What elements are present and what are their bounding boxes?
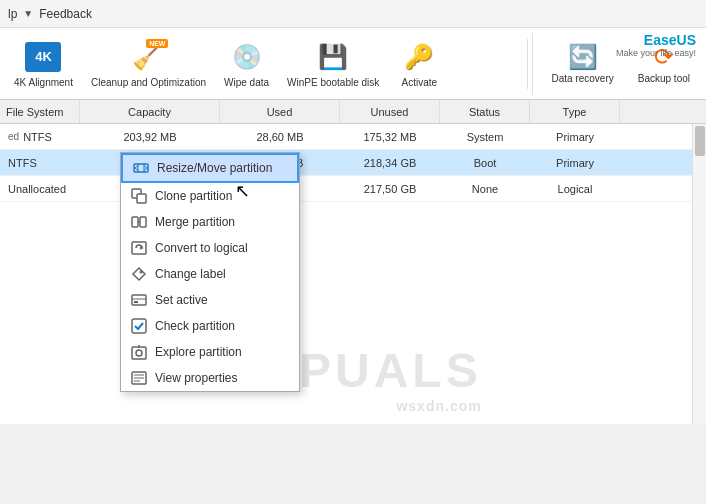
svg-rect-5 [132,217,138,227]
feedback-label: Feedback [39,7,92,21]
col-header-type: Type [530,100,620,123]
merge-icon [131,214,147,230]
easeus-brand: EaseUS Make your life easy! [616,32,696,58]
cell-used-0: 28,60 MB [220,124,340,149]
svg-point-9 [140,271,143,274]
convert-label: Convert to logical [155,241,248,255]
svg-rect-14 [132,347,146,359]
data-recovery-icon-area: 🔄 [568,43,598,71]
clone-label: Clone partition [155,189,232,203]
toolbar-main: 4K 4K Alignment 🧹 NEW Cleanup and Optimi… [6,33,523,95]
toolbar-item-4k-alignment[interactable]: 4K 4K Alignment [6,33,81,95]
svg-rect-8 [132,242,146,254]
context-menu-item-resize[interactable]: Resize/Move partition [121,153,299,183]
winpe-icon-area: 💾 [313,39,353,75]
svg-point-15 [136,350,142,356]
dropdown-arrow-icon[interactable]: ▼ [23,8,33,19]
cell-status-2: None [440,176,530,201]
cell-status-0: System [440,124,530,149]
data-recovery-label: Data recovery [551,73,613,85]
title-bar-left: lp ▼ Feedback [8,7,92,21]
col-header-fs: File System [0,100,80,123]
easeus-name: EaseUS [644,32,696,48]
cell-unused-2: 217,50 GB [340,176,440,201]
toolbar-item-wipe[interactable]: 💿 Wipe data [216,33,277,95]
col-header-unused: Unused [340,100,440,123]
wipe-icon-area: 💿 [227,39,267,75]
4k-icon: 4K [25,42,61,72]
label-icon [131,266,147,282]
explore-label: Explore partition [155,345,242,359]
context-menu-item-convert[interactable]: Convert to logical [121,235,299,261]
cleanup-label: Cleanup and Optimization [91,77,206,89]
cleanup-icon-area: 🧹 NEW [128,39,168,75]
cell-type-2: Logical [530,176,620,201]
active-icon [131,292,147,308]
svg-rect-13 [132,319,146,333]
toolbar-divider [527,39,528,89]
table-header: File System Capacity Used Unused Status … [0,100,706,124]
svg-rect-0 [134,164,148,172]
4k-icon-area: 4K [23,39,63,75]
toolbar-item-winpe[interactable]: 💾 WinPE bootable disk [279,33,387,95]
backup-tool-label: Backup tool [638,73,690,85]
wipe-icon: 💿 [232,43,262,71]
winpe-label: WinPE bootable disk [287,77,379,89]
cell-fs-0: edNTFS [0,124,80,149]
cell-fs-2: Unallocated [0,176,80,201]
resize-label: Resize/Move partition [157,161,272,175]
label-label: Change label [155,267,226,281]
cell-type-1: Primary [530,150,620,175]
merge-label: Merge partition [155,215,235,229]
toolbar-item-data-recovery[interactable]: 🔄 Data recovery [541,35,623,93]
table-row[interactable]: NTFS 248,07 GB 29,73 GB 218,34 GB Boot P… [0,150,706,176]
activate-label: Activate [402,77,438,89]
svg-rect-6 [140,217,146,227]
activate-icon-area: 🔑 [399,39,439,75]
svg-rect-10 [132,295,146,305]
properties-icon [131,370,147,386]
resize-icon [133,160,149,176]
toolbar-item-cleanup[interactable]: 🧹 NEW Cleanup and Optimization [83,33,214,95]
context-menu-item-active[interactable]: Set active [121,287,299,313]
col-header-status: Status [440,100,530,123]
table-body: edNTFS 203,92 MB 28,60 MB 175,32 MB Syst… [0,124,706,424]
toolbar-item-activate[interactable]: 🔑 Activate [389,33,449,95]
context-menu-item-check[interactable]: Check partition [121,313,299,339]
cell-unused-1: 218,34 GB [340,150,440,175]
active-label: Set active [155,293,208,307]
cell-type-0: Primary [530,124,620,149]
table-row[interactable]: Unallocated 0 Bytes 217,50 GB None Logic… [0,176,706,202]
table-row[interactable]: edNTFS 203,92 MB 28,60 MB 175,32 MB Syst… [0,124,706,150]
cell-status-1: Boot [440,150,530,175]
context-menu-item-explore[interactable]: Explore partition [121,339,299,365]
col-header-capacity: Capacity [80,100,220,123]
context-menu-item-clone[interactable]: Clone partition [121,183,299,209]
clone-icon [131,188,147,204]
activate-icon: 🔑 [404,43,434,71]
svg-rect-12 [134,301,138,303]
svg-rect-4 [137,194,146,203]
context-menu-item-properties[interactable]: View properties [121,365,299,391]
context-menu-item-merge[interactable]: Merge partition [121,209,299,235]
context-menu: Resize/Move partition Clone partition [120,152,300,392]
winpe-icon: 💾 [318,43,348,71]
app-abbr: lp [8,7,17,21]
cell-fs-1: NTFS [0,150,80,175]
4k-label: 4K Alignment [14,77,73,89]
col-header-used: Used [220,100,340,123]
explore-icon [131,344,147,360]
convert-icon [131,240,147,256]
easeus-tagline: Make your life easy! [616,48,696,58]
title-bar: lp ▼ Feedback [0,0,706,28]
scrollbar-thumb[interactable] [695,126,705,156]
check-icon [131,318,147,334]
toolbar: 4K 4K Alignment 🧹 NEW Cleanup and Optimi… [0,28,706,100]
new-badge: NEW [146,39,168,48]
data-recovery-icon: 🔄 [568,43,598,70]
scrollbar[interactable] [692,124,706,424]
properties-label: View properties [155,371,238,385]
context-menu-item-label[interactable]: Change label [121,261,299,287]
cell-unused-0: 175,32 MB [340,124,440,149]
cell-capacity-0: 203,92 MB [80,124,220,149]
